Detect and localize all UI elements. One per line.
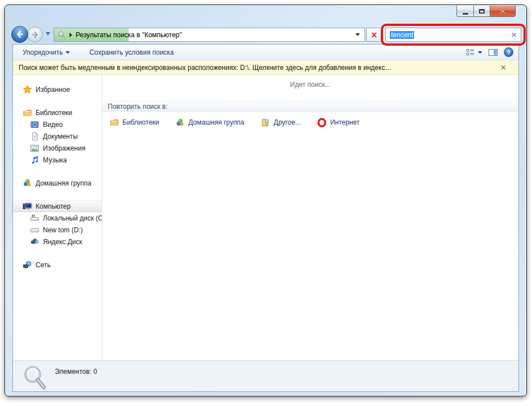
repeat-search-label: Интернет	[330, 118, 359, 126]
sidebar-item-label: Компьютер	[36, 202, 71, 210]
magnifier-icon	[21, 365, 48, 392]
organize-button[interactable]: Упорядочить	[18, 47, 74, 58]
breadcrumb[interactable]: Результаты поиска в "Компьютер"	[76, 31, 352, 39]
sidebar-item-label: Домашняя группа	[36, 179, 91, 187]
navigation-bar: Результаты поиска в "Компьютер" ✕ tencen…	[5, 26, 526, 44]
address-bar[interactable]: Результаты поиска в "Компьютер"	[54, 28, 365, 42]
repeat-search-label: Другое...	[274, 118, 301, 126]
opera-icon	[316, 117, 327, 127]
sidebar-item-homegroup[interactable]: Домашняя группа	[13, 177, 102, 189]
explorer-window: Результаты поиска в "Компьютер" ✕ tencen…	[5, 5, 527, 396]
sidebar-item-label: New tom (D:)	[43, 226, 83, 234]
close-icon	[499, 8, 507, 15]
back-arrow-icon	[15, 30, 24, 39]
sidebar-item-label: Видео	[43, 121, 63, 129]
stop-icon: ✕	[371, 30, 377, 39]
libraries-icon	[23, 108, 32, 117]
sidebar-spacer	[13, 166, 102, 177]
search-input[interactable]: tencent ✕	[385, 28, 521, 42]
searching-status: Идет поиск...	[102, 81, 518, 91]
search-value: tencent	[390, 31, 414, 39]
search-icon	[58, 30, 66, 39]
sidebar-item-label: Локальный диск (C	[43, 214, 102, 222]
sidebar-item-network[interactable]: Сеть	[13, 259, 102, 271]
notification-text[interactable]: Поиск может быть медленным в неиндексиро…	[19, 64, 392, 72]
sidebar-item-label: Яндекс.Диск	[43, 238, 82, 246]
command-bar: Упорядочить Сохранить условия поиска	[13, 45, 518, 60]
stop-search-button[interactable]: ✕	[366, 28, 382, 42]
organize-dropdown-icon	[65, 51, 70, 54]
computer-icon	[23, 201, 32, 211]
views-icon	[465, 48, 475, 57]
sidebar-item-label: Изображения	[43, 144, 85, 152]
recent-pages-dropdown[interactable]	[46, 32, 50, 36]
custom-location-icon	[260, 117, 270, 127]
sidebar-item-pictures[interactable]: Изображения	[13, 142, 102, 154]
maximize-button[interactable]	[473, 6, 490, 17]
homegroup-icon	[23, 178, 32, 188]
close-button[interactable]	[490, 6, 516, 17]
music-icon	[30, 155, 39, 165]
help-button[interactable]: ?	[504, 47, 513, 57]
sidebar-spacer	[13, 189, 102, 200]
video-icon	[30, 120, 39, 129]
sidebar-item-label: Избранное	[36, 86, 70, 94]
breadcrumb-arrow-icon[interactable]	[69, 33, 72, 37]
document-icon	[30, 131, 39, 141]
sidebar-spacer	[13, 248, 102, 259]
preview-pane-button[interactable]	[488, 48, 498, 57]
libraries-icon	[109, 117, 119, 127]
clear-search-icon[interactable]: ✕	[511, 31, 517, 39]
repeat-search-homegroup[interactable]: Домашняя группа	[175, 117, 244, 127]
yandex-disk-icon	[30, 237, 39, 246]
sidebar-item-drive[interactable]: New tom (D:)	[13, 224, 102, 236]
sidebar-item-star[interactable]: Избранное	[13, 83, 102, 95]
sidebar-item-label: Сеть	[36, 261, 51, 269]
change-view-button[interactable]	[465, 48, 482, 57]
repeat-search-label: Домашняя группа	[188, 118, 244, 126]
help-icon: ?	[507, 49, 511, 56]
results-pane: Идет поиск... Повторить поиск в: Библиот…	[102, 75, 518, 360]
preview-pane-icon	[488, 48, 498, 57]
drive-icon	[30, 225, 39, 235]
minimize-button[interactable]	[456, 6, 473, 17]
notification-close-icon[interactable]: ✕	[494, 64, 513, 72]
sidebar-item-document[interactable]: Документы	[13, 130, 102, 142]
maximize-icon	[479, 9, 485, 14]
sidebar-item-label: Музыка	[43, 156, 67, 164]
caption-buttons	[456, 6, 516, 17]
organize-label: Упорядочить	[23, 48, 63, 56]
back-button[interactable]	[11, 26, 28, 43]
pictures-icon	[30, 143, 39, 153]
repeat-search-custom-location[interactable]: Другое...	[260, 117, 301, 127]
sidebar-item-libraries[interactable]: Библиотеки	[13, 107, 102, 118]
sidebar-item-label: Библиотеки	[36, 109, 72, 117]
search-field-area: tencent ✕	[385, 28, 521, 42]
sidebar-item-computer[interactable]: Компьютер	[13, 200, 102, 212]
sidebar-item-local-disk[interactable]: Локальный диск (C	[13, 212, 102, 224]
navigation-pane: ИзбранноеБиблиотекиВидеоДокументыИзображ…	[13, 75, 102, 360]
save-search-label: Сохранить условия поиска	[89, 48, 174, 56]
save-search-button[interactable]: Сохранить условия поиска	[85, 47, 178, 58]
views-dropdown-icon[interactable]	[478, 51, 482, 54]
notification-bar[interactable]: Поиск может быть медленным в неиндексиро…	[13, 60, 518, 75]
status-bar: Элементов: 0	[13, 360, 518, 391]
forward-arrow-icon	[31, 30, 39, 39]
sidebar-item-music[interactable]: Музыка	[13, 154, 102, 166]
repeat-search-libraries[interactable]: Библиотеки	[109, 117, 159, 127]
homegroup-icon	[175, 117, 185, 127]
address-dropdown-icon[interactable]	[355, 33, 360, 36]
forward-button[interactable]	[27, 27, 43, 42]
sidebar-item-yandex-disk[interactable]: Яндекс.Диск	[13, 236, 102, 248]
network-icon	[23, 260, 32, 270]
repeat-search-opera[interactable]: Интернет	[316, 117, 359, 127]
star-icon	[23, 85, 32, 94]
repeat-search-label: Библиотеки	[122, 118, 159, 126]
local-disk-icon	[30, 213, 39, 223]
client-area: Упорядочить Сохранить условия поиска	[12, 44, 519, 392]
repeat-search-header: Повторить поиск в:	[102, 100, 518, 112]
minimize-icon	[463, 13, 468, 15]
sidebar-spacer	[13, 95, 102, 107]
sidebar-item-video[interactable]: Видео	[13, 118, 102, 130]
items-count: Элементов: 0	[55, 368, 97, 376]
